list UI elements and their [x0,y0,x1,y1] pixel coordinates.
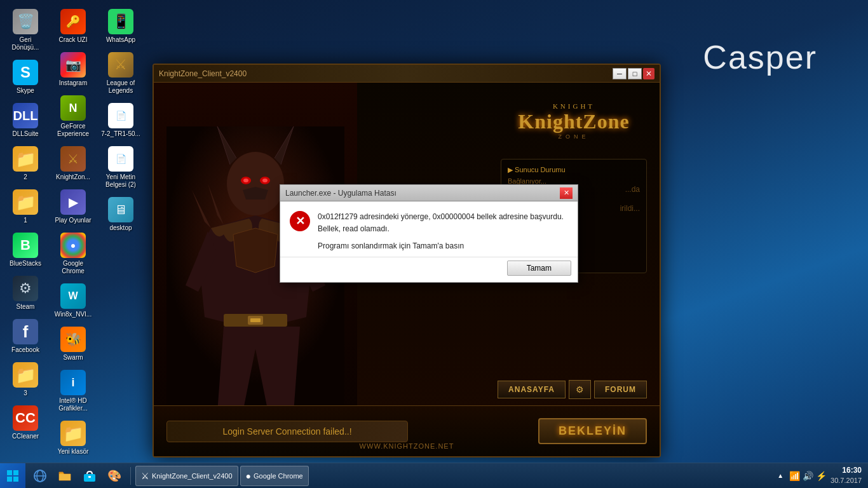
start-button[interactable] [0,463,25,489]
icon-playoyunlar[interactable]: ▶ Play Oyunlar [51,187,95,227]
icon-label-folder1: 1 [24,217,27,224]
knightzone-wait-button[interactable]: BEKLEYİN [538,418,647,444]
knightzone-minimize-button[interactable]: ─ [613,68,627,79]
error-note: Programı sonlandırmak için Tamam'a basın [290,241,568,250]
icon-label-skype: Skype [17,87,34,95]
tray-volume-icon[interactable]: 🔊 [803,471,813,481]
taskbar-ie-icon[interactable] [29,464,51,487]
icon-label-ccleaner: CCleaner [12,433,39,440]
icon-dllsuite[interactable]: DLL DLLSuite [3,100,48,140]
error-dialog-buttons: Tamam [280,257,578,282]
knightzone-nav: ANASAYFA ⚙ FORUM [498,380,647,399]
knightzone-forum-button[interactable]: FORUM [594,381,647,398]
icon-intel[interactable]: i Intel® HD Grafikler... [51,367,95,415]
icon-win8nvi[interactable]: W Win8x_NVI... [51,281,95,321]
taskbar-paint-icon[interactable]: 🎨 [103,464,126,487]
instagram-icon: 📷 [60,52,86,78]
tray-network-icon[interactable]: 📶 [789,471,800,481]
svg-rect-11 [7,477,12,482]
icon-label-facebook: Facebook [11,346,39,354]
icon-tr1[interactable]: 📄 7-2_TR1-50... [98,100,143,140]
icon-geforce[interactable]: N GeForce Experience [51,93,95,140]
svg-rect-9 [7,470,12,475]
icon-label-knightzone: KnightZon... [56,173,90,181]
tray-clock[interactable]: 16:30 30.7.2017 [831,465,862,485]
svg-rect-8 [250,318,261,322]
steam-icon: ⚙ [13,276,38,301]
tray-time-value: 16:30 [831,465,862,476]
knightzone-settings-button[interactable]: ⚙ [569,380,591,399]
icon-folder1[interactable]: 📁 1 [3,187,48,227]
desktop: Casper 🗑️ Geri Dönüşü... S Skype DLL DLL… [0,0,868,488]
icon-chrome[interactable]: ● Google Chrome [51,230,95,278]
icon-steam[interactable]: ⚙ Steam [3,273,48,313]
icon-label-win8nvi: Win8x_NVI... [55,311,92,318]
icon-label-instagram: Instagram [59,79,87,87]
error-dialog[interactable]: Launcher.exe - Uygulama Hatası ✕ ✕ 0x012… [280,184,578,283]
taskbar-separator [130,467,131,485]
icon-label-crackuzi: Crack UZI [59,36,88,44]
icon-ccleaner[interactable]: CC CCleaner [3,403,48,443]
svg-rect-12 [13,477,18,482]
icon-label-playoyunlar: Play Oyunlar [55,217,91,224]
tray-expand-button[interactable]: ▲ [775,472,785,479]
icon-folder3[interactable]: 📁 3 [3,360,48,400]
icon-label-new-folder: Yeni klasör [58,448,89,456]
tray-icons: 📶 🔊 ⚡ [789,471,827,481]
kz-panel-decoration: ...da [625,185,640,194]
icon-label-bluestacks: BlueStacks [10,260,41,268]
icon-crackuzi[interactable]: 🔑 Crack UZI [51,6,95,46]
intel-icon: i [60,370,86,395]
taskbar-knightzone-item[interactable]: ⚔ KnightZone_Client_v2400 [135,466,238,486]
icon-newmetin[interactable]: 📄 Yeni Metin Belgesi (2) [98,144,143,191]
error-icon: ✕ [290,211,310,231]
store-icon [83,469,97,483]
icon-label-newmetin: Yeni Metin Belgesi (2) [101,173,140,189]
taskbar-chrome-item[interactable]: ● Google Chrome [240,466,309,486]
icon-facebook[interactable]: f Facebook [3,316,48,356]
icon-instagram[interactable]: 📷 Instagram [51,50,95,90]
icon-lol[interactable]: ⚔ League of Legends [98,50,143,97]
explorer-icon [58,469,72,483]
icon-label-intel: Intel® HD Grafikler... [53,397,93,412]
desktop-icons-container: 🗑️ Geri Dönüşü... S Skype DLL DLLSuite 📁… [3,6,137,464]
casper-brand: Casper [703,38,817,76]
knightzone-login-status: Login Server Connection failed..! [166,421,408,442]
taskbar-explorer-icon[interactable] [53,464,76,487]
icon-label-lol: League of Legends [101,79,140,95]
icon-label-folder2: 2 [24,173,27,181]
icon-bluestacks[interactable]: B BlueStacks [3,230,48,270]
folder2-icon: 📁 [13,146,38,172]
kz-logo-zone: ZONE [518,133,629,140]
kz-panel-decoration2: irildi... [620,204,640,213]
lol-icon: ⚔ [108,52,133,78]
system-tray: ▲ 📶 🔊 ⚡ 16:30 30.7.2017 [769,465,868,485]
knightzone-titlebar: KnightZone_Client_v2400 ─ □ ✕ [154,65,660,83]
whatsapp-icon: 📱 [108,9,133,34]
knightzone-close-button[interactable]: ✕ [643,68,654,79]
icon-swarm[interactable]: 🐝 Swarm [51,324,95,364]
icon-recycle[interactable]: 🗑️ Geri Dönüşü... [3,6,48,54]
new-folder-icon: 📁 [60,421,86,446]
taskbar-store-icon[interactable] [78,464,101,487]
svg-point-5 [262,179,268,182]
icon-new-folder[interactable]: 📁 Yeni klasör [51,418,95,458]
icon-desktop[interactable]: 🖥 desktop [98,194,143,234]
knightzone-icon: ⚔ [60,146,86,172]
svg-rect-17 [88,476,91,478]
icon-skype[interactable]: S Skype [3,57,48,97]
icon-knightzone[interactable]: ⚔ KnightZon... [51,144,95,184]
knightzone-anasayfa-button[interactable]: ANASAYFA [498,381,566,398]
recycle-icon: 🗑️ [13,9,38,34]
icon-folder2[interactable]: 📁 2 [3,144,48,184]
error-close-button[interactable]: ✕ [560,187,573,199]
knightzone-title: KnightZone_Client_v2400 [159,69,247,78]
icon-label-recycle: Geri Dönüşü... [6,36,45,51]
icon-whatsapp[interactable]: 📱 WhatsApp [98,6,143,46]
knightzone-maximize-button[interactable]: □ [628,68,642,79]
facebook-icon: f [13,319,38,344]
icon-label-whatsapp: WhatsApp [106,36,135,44]
svg-point-4 [243,179,248,182]
error-ok-button[interactable]: Tamam [507,261,571,276]
taskbar-knightzone-icon: ⚔ [141,471,149,481]
